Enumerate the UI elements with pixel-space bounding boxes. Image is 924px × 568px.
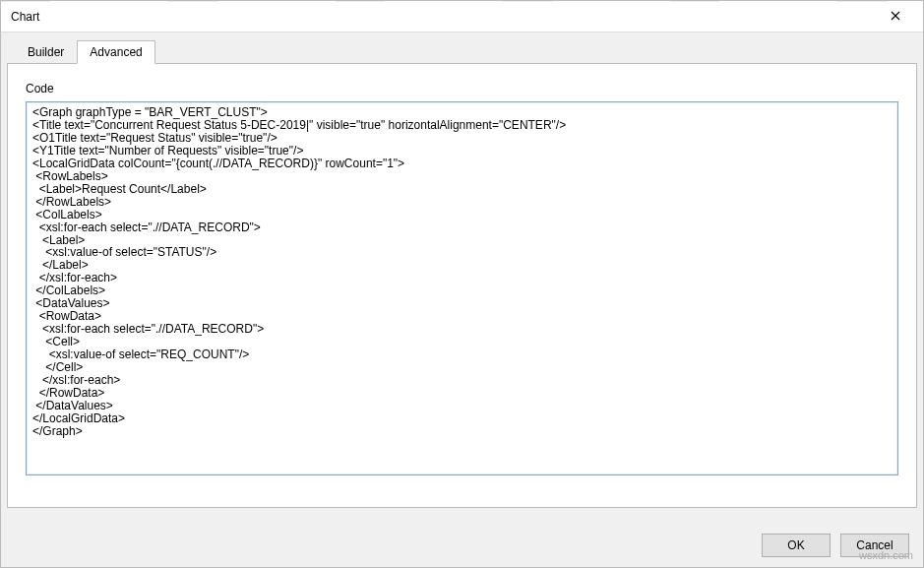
close-button[interactable] (876, 1, 915, 32)
window-title: Chart (11, 10, 876, 24)
cancel-button[interactable]: Cancel (840, 534, 909, 557)
dialog-footer: OK Cancel (762, 534, 909, 557)
window-titlebar: Chart (1, 1, 923, 32)
tab-advanced[interactable]: Advanced (77, 40, 154, 64)
code-textarea[interactable] (26, 101, 898, 475)
tab-builder[interactable]: Builder (15, 40, 77, 63)
code-label: Code (26, 82, 898, 95)
client-area: Builder Advanced Code OK Cancel (1, 32, 923, 567)
close-icon (891, 10, 900, 24)
top-edge-marks (1, 1, 923, 2)
advanced-panel: Code (7, 63, 917, 508)
tab-strip: Builder Advanced (15, 40, 917, 63)
ok-button[interactable]: OK (762, 534, 831, 557)
